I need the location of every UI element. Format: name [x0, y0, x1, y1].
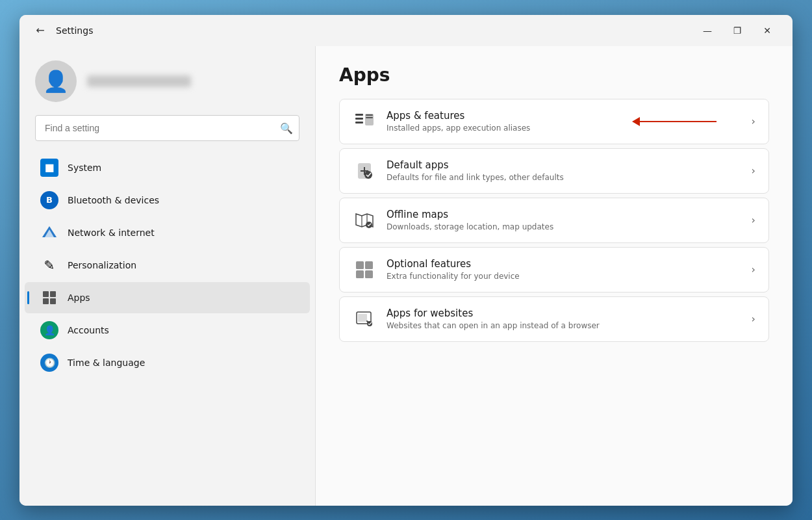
optional-features-icon: [353, 258, 376, 281]
user-icon: 👤: [43, 69, 69, 94]
offline-maps-card[interactable]: Offline maps Downloads, storage location…: [339, 198, 769, 243]
apps-websites-subtitle: Websites that can open in an app instead…: [387, 321, 741, 330]
default-apps-card[interactable]: Default apps Defaults for file and link …: [339, 148, 769, 194]
page-title: Apps: [339, 64, 769, 86]
svg-rect-21: [365, 270, 373, 278]
svg-point-17: [366, 222, 372, 228]
svg-rect-23: [358, 314, 367, 322]
search-input[interactable]: [35, 115, 299, 141]
svg-rect-18: [356, 261, 364, 269]
optional-features-card[interactable]: Optional features Extra functionality fo…: [339, 247, 769, 292]
chevron-right-icon: ›: [752, 313, 755, 325]
sidebar-item-bluetooth[interactable]: B Bluetooth & devices: [25, 185, 310, 216]
arrow-annotation: [632, 117, 717, 126]
optional-features-text: Optional features Extra functionality fo…: [387, 258, 741, 281]
sidebar-item-label: Accounts: [68, 325, 109, 335]
apps-features-icon: [353, 110, 376, 133]
apps-features-card[interactable]: Apps & features Installed apps, app exec…: [339, 99, 769, 144]
offline-maps-icon: [353, 209, 376, 232]
search-box: 🔍: [35, 115, 299, 141]
default-apps-title: Default apps: [387, 159, 741, 171]
svg-rect-4: [43, 298, 49, 304]
sidebar-item-accounts[interactable]: 👤 Accounts: [25, 315, 310, 346]
sidebar-item-label: Time & language: [68, 358, 145, 368]
minimize-button[interactable]: —: [692, 20, 722, 41]
window-controls: — ❐ ✕: [692, 20, 782, 41]
svg-rect-7: [355, 118, 363, 120]
back-button[interactable]: ←: [30, 20, 51, 41]
chevron-right-icon: ›: [752, 214, 755, 226]
offline-maps-title: Offline maps: [387, 209, 741, 220]
apps-websites-icon: [353, 307, 376, 331]
system-icon: ■: [40, 159, 58, 177]
avatar: 👤: [35, 60, 77, 102]
sidebar-item-label: Personalization: [68, 260, 136, 270]
chevron-right-icon: ›: [752, 263, 755, 276]
user-section: 👤: [19, 53, 315, 115]
sidebar-item-label: System: [68, 162, 101, 173]
default-apps-subtitle: Defaults for file and link types, other …: [387, 173, 741, 182]
settings-window: ← Settings — ❐ ✕ 👤 🔍: [19, 15, 793, 506]
svg-rect-20: [356, 270, 364, 278]
chevron-right-icon: ›: [752, 115, 755, 127]
apps-icon: [40, 289, 58, 307]
network-icon: [40, 224, 58, 242]
svg-rect-10: [366, 114, 373, 116]
sidebar-item-label: Network & internet: [68, 228, 155, 238]
apps-websites-text: Apps for websites Websites that can open…: [387, 307, 741, 330]
window-title: Settings: [56, 25, 93, 36]
close-button[interactable]: ✕: [752, 20, 782, 41]
svg-rect-3: [50, 291, 56, 297]
arrow-line: [639, 121, 717, 122]
svg-point-24: [367, 321, 372, 326]
bluetooth-icon: B: [40, 191, 58, 209]
default-apps-text: Default apps Defaults for file and link …: [387, 159, 741, 182]
default-apps-icon: [353, 159, 376, 183]
sidebar-item-network[interactable]: Network & internet: [25, 217, 310, 248]
offline-maps-text: Offline maps Downloads, storage location…: [387, 209, 741, 231]
svg-rect-11: [366, 117, 373, 118]
sidebar-item-system[interactable]: ■ System: [25, 152, 310, 183]
content-area: 👤 🔍 ■ System B Bluetooth & devic: [19, 46, 793, 506]
svg-rect-5: [50, 298, 56, 304]
user-name: [87, 75, 191, 87]
sidebar-item-label: Apps: [68, 292, 90, 303]
time-icon: 🕐: [40, 354, 58, 372]
svg-rect-2: [43, 291, 49, 297]
apps-websites-title: Apps for websites: [387, 307, 741, 319]
accounts-icon: 👤: [40, 321, 58, 339]
sidebar-item-time[interactable]: 🕐 Time & language: [25, 347, 310, 378]
svg-rect-8: [355, 122, 363, 124]
svg-point-13: [364, 171, 372, 179]
optional-features-subtitle: Extra functionality for your device: [387, 272, 741, 281]
personalization-icon: ✎: [40, 256, 58, 274]
offline-maps-subtitle: Downloads, storage location, map updates: [387, 222, 741, 231]
optional-features-title: Optional features: [387, 258, 741, 270]
sidebar-item-personalization[interactable]: ✎ Personalization: [25, 250, 310, 281]
maximize-button[interactable]: ❐: [722, 20, 752, 41]
chevron-right-icon: ›: [752, 164, 755, 177]
sidebar-item-apps[interactable]: Apps: [25, 282, 310, 313]
sidebar-item-label: Bluetooth & devices: [68, 195, 159, 205]
titlebar: ← Settings — ❐ ✕: [19, 15, 793, 46]
sidebar: 👤 🔍 ■ System B Bluetooth & devic: [19, 46, 315, 506]
apps-websites-card[interactable]: Apps for websites Websites that can open…: [339, 296, 769, 342]
main-panel: Apps Apps & features Installed apps, a: [315, 46, 793, 506]
svg-rect-19: [365, 261, 373, 269]
svg-rect-6: [355, 114, 363, 116]
